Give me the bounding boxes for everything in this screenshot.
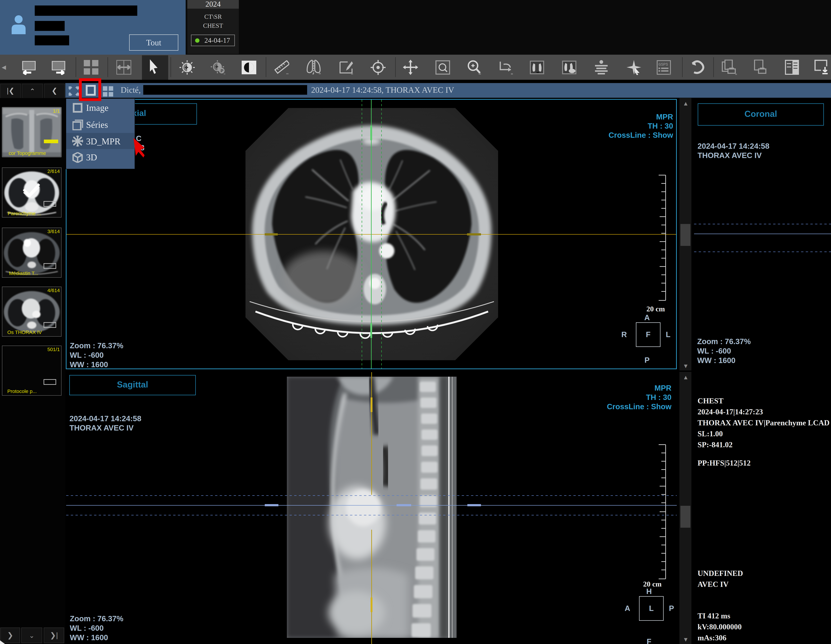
- svg-text:GSPS: GSPS: [659, 62, 668, 67]
- svg-text:P: P: [221, 68, 223, 73]
